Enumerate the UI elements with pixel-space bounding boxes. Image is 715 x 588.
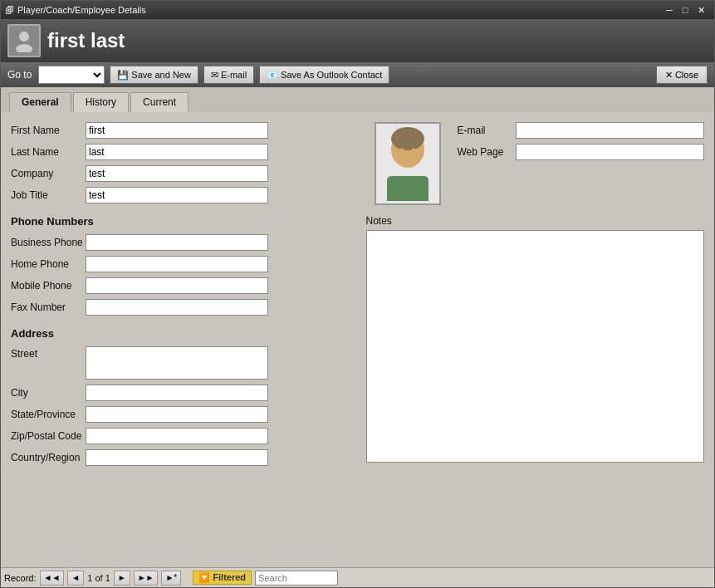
next-record-button[interactable]: ►: [114, 571, 130, 586]
web-page-input[interactable]: [516, 144, 705, 160]
notes-section: Notes: [366, 215, 705, 465]
filter-icon: 🔽: [198, 572, 210, 582]
prev-record-button[interactable]: ◄: [67, 571, 84, 586]
svg-point-5: [399, 149, 404, 154]
first-name-label: First Name: [11, 125, 86, 136]
country-label: Country/Region: [11, 452, 86, 463]
save-icon: 💾: [117, 70, 129, 81]
save-outlook-button[interactable]: 📧 Save As Outlook Contact: [259, 66, 389, 84]
tab-history[interactable]: History: [73, 92, 129, 112]
job-title-label: Job Title: [11, 189, 86, 201]
job-title-row: Job Title: [11, 187, 350, 203]
city-label: City: [11, 387, 86, 399]
zip-label: Zip/Postal Code: [11, 430, 86, 442]
outlook-icon: 📧: [267, 70, 278, 81]
company-row: Company: [11, 165, 350, 182]
person-avatar: [379, 126, 437, 201]
zip-row: Zip/Postal Code: [11, 428, 350, 444]
photo-contact-wrapper: E-mail Web Page: [366, 122, 705, 205]
last-record-button[interactable]: ►►: [134, 571, 159, 586]
street-label: Street: [11, 346, 86, 360]
toolbar: Go to 💾 Save and New ✉ E-mail 📧 Save As …: [1, 62, 714, 87]
address-heading: Address: [11, 327, 350, 340]
close-icon: ✕: [665, 70, 673, 81]
goto-label: Go to: [7, 69, 32, 81]
business-phone-row: Business Phone: [11, 234, 350, 251]
state-input[interactable]: [86, 406, 268, 423]
title-bar-icon: 🗐: [6, 6, 14, 15]
fax-number-label: Fax Number: [11, 301, 86, 313]
tab-general[interactable]: General: [9, 92, 71, 112]
svg-rect-4: [387, 176, 429, 201]
company-input[interactable]: [86, 165, 268, 182]
last-name-label: Last Name: [11, 146, 86, 158]
tab-bar: General History Current: [1, 87, 714, 112]
svg-point-3: [391, 127, 424, 150]
street-input[interactable]: [86, 346, 268, 380]
first-name-input[interactable]: [86, 122, 268, 139]
tabs-and-content: General History Current First Name Last …: [1, 87, 714, 587]
last-name-row: Last Name: [11, 144, 350, 160]
svg-point-0: [19, 32, 29, 42]
notes-label: Notes: [366, 215, 705, 227]
contact-fields: E-mail Web Page: [458, 122, 705, 205]
city-input[interactable]: [86, 385, 268, 401]
title-bar: 🗐 Player/Coach/Employee Details ─ □ ✕: [1, 1, 714, 19]
fax-number-row: Fax Number: [11, 299, 350, 316]
close-button[interactable]: ✕ Close: [656, 66, 708, 84]
web-page-label: Web Page: [458, 146, 516, 158]
email-label: E-mail: [458, 125, 516, 136]
mobile-phone-label: Mobile Phone: [11, 280, 86, 292]
city-row: City: [11, 385, 350, 401]
svg-point-1: [16, 44, 32, 52]
email-row: E-mail: [458, 122, 705, 139]
goto-dropdown[interactable]: [38, 66, 105, 84]
business-phone-input[interactable]: [86, 234, 268, 251]
header-area: first last: [1, 19, 714, 62]
first-record-button[interactable]: ◄◄: [40, 571, 65, 586]
phone-numbers-heading: Phone Numbers: [11, 215, 350, 228]
new-record-button[interactable]: ►*: [161, 571, 181, 586]
title-bar-title: Player/Coach/Employee Details: [17, 5, 146, 15]
title-bar-controls: ─ □ ✕: [662, 4, 709, 17]
first-name-row: First Name: [11, 122, 350, 139]
country-row: Country/Region: [11, 449, 350, 466]
record-info: 1 of 1: [87, 573, 110, 583]
country-input[interactable]: [86, 449, 268, 466]
home-phone-row: Home Phone: [11, 256, 350, 272]
status-bar: Record: ◄◄ ◄ 1 of 1 ► ►► ►* 🔽 Filtered: [1, 567, 714, 587]
filtered-badge: 🔽 Filtered: [193, 571, 252, 585]
photo-area[interactable]: [375, 122, 441, 205]
zip-input[interactable]: [86, 428, 268, 444]
email-button[interactable]: ✉ E-mail: [203, 66, 254, 84]
home-phone-input[interactable]: [86, 256, 268, 272]
mobile-phone-row: Mobile Phone: [11, 277, 350, 294]
content-area: First Name Last Name Company Job Title: [1, 112, 714, 587]
web-page-row: Web Page: [458, 144, 705, 160]
company-label: Company: [11, 168, 86, 179]
job-title-input[interactable]: [86, 187, 268, 203]
left-section: First Name Last Name Company Job Title: [11, 122, 350, 471]
person-header-icon: [7, 24, 41, 57]
mobile-phone-input[interactable]: [86, 277, 268, 294]
search-input[interactable]: [255, 571, 338, 586]
tab-current[interactable]: Current: [130, 92, 189, 112]
email-input[interactable]: [516, 122, 705, 139]
state-label: State/Province: [11, 409, 86, 420]
home-phone-label: Home Phone: [11, 258, 86, 270]
street-row: Street: [11, 346, 350, 380]
fax-number-input[interactable]: [86, 299, 268, 316]
close-window-button[interactable]: ✕: [693, 4, 709, 17]
notes-textarea[interactable]: [366, 230, 705, 463]
email-icon: ✉: [211, 70, 218, 81]
state-row: State/Province: [11, 406, 350, 423]
save-new-button[interactable]: 💾 Save and New: [110, 66, 198, 84]
minimize-button[interactable]: ─: [662, 4, 677, 17]
record-title: first last: [47, 29, 708, 52]
right-section: E-mail Web Page Notes: [350, 122, 705, 471]
business-phone-label: Business Phone: [11, 237, 86, 248]
record-label: Record:: [4, 573, 37, 583]
last-name-input[interactable]: [86, 144, 268, 160]
restore-button[interactable]: □: [678, 4, 693, 17]
svg-point-6: [411, 149, 416, 154]
